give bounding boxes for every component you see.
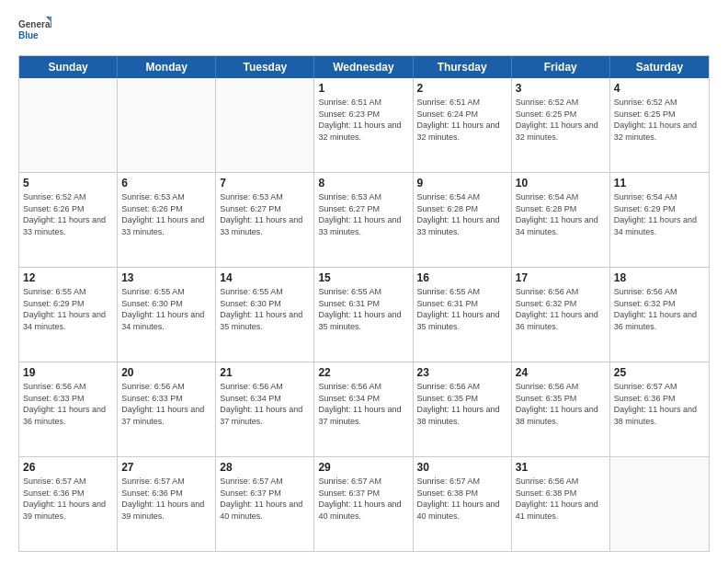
day-number: 31 (516, 460, 606, 475)
calendar-cell: 4Sunrise: 6:52 AMSunset: 6:25 PMDaylight… (610, 78, 709, 172)
calendar-row-3: 12Sunrise: 6:55 AMSunset: 6:29 PMDayligh… (19, 268, 709, 362)
day-number: 25 (614, 365, 705, 380)
day-info: Sunrise: 6:56 AMSunset: 6:32 PMDaylight:… (516, 286, 606, 332)
day-number: 6 (121, 176, 211, 190)
day-number: 18 (614, 270, 705, 285)
logo-svg: General Blue (18, 15, 51, 48)
svg-text:General: General (18, 19, 51, 29)
day-number: 14 (220, 270, 310, 285)
day-number: 9 (417, 176, 507, 190)
day-number: 11 (614, 176, 705, 190)
day-number: 22 (318, 365, 408, 380)
day-number: 5 (23, 176, 113, 190)
day-info: Sunrise: 6:57 AMSunset: 6:37 PMDaylight:… (318, 476, 408, 522)
day-number: 23 (417, 365, 507, 380)
header-day-wednesday: Wednesday (314, 56, 413, 78)
day-info: Sunrise: 6:56 AMSunset: 6:35 PMDaylight:… (417, 381, 507, 427)
day-info: Sunrise: 6:52 AMSunset: 6:25 PMDaylight:… (516, 97, 606, 143)
header-day-friday: Friday (512, 56, 610, 78)
day-info: Sunrise: 6:55 AMSunset: 6:31 PMDaylight:… (417, 286, 507, 332)
day-number: 21 (220, 365, 310, 380)
header-day-tuesday: Tuesday (216, 56, 314, 78)
calendar-row-5: 26Sunrise: 6:57 AMSunset: 6:36 PMDayligh… (19, 457, 709, 551)
calendar-cell: 30Sunrise: 6:57 AMSunset: 6:38 PMDayligh… (414, 457, 512, 551)
day-number: 27 (121, 460, 211, 475)
day-info: Sunrise: 6:57 AMSunset: 6:36 PMDaylight:… (121, 476, 211, 522)
calendar-row-2: 5Sunrise: 6:52 AMSunset: 6:26 PMDaylight… (19, 173, 709, 268)
calendar-cell: 7Sunrise: 6:53 AMSunset: 6:27 PMDaylight… (216, 173, 314, 267)
calendar-cell: 15Sunrise: 6:55 AMSunset: 6:31 PMDayligh… (314, 268, 413, 362)
day-number: 16 (417, 270, 507, 285)
calendar-cell: 11Sunrise: 6:54 AMSunset: 6:29 PMDayligh… (610, 173, 709, 267)
day-number: 7 (220, 176, 310, 190)
day-info: Sunrise: 6:55 AMSunset: 6:30 PMDaylight:… (121, 286, 211, 332)
day-info: Sunrise: 6:56 AMSunset: 6:34 PMDaylight:… (220, 381, 310, 427)
calendar-cell: 27Sunrise: 6:57 AMSunset: 6:36 PMDayligh… (118, 457, 216, 551)
calendar-cell: 22Sunrise: 6:56 AMSunset: 6:34 PMDayligh… (314, 362, 413, 456)
calendar-cell: 5Sunrise: 6:52 AMSunset: 6:26 PMDaylight… (19, 173, 118, 267)
calendar-cell (216, 78, 314, 172)
calendar-cell: 19Sunrise: 6:56 AMSunset: 6:33 PMDayligh… (19, 362, 118, 456)
calendar-cell: 16Sunrise: 6:55 AMSunset: 6:31 PMDayligh… (414, 268, 512, 362)
day-info: Sunrise: 6:56 AMSunset: 6:34 PMDaylight:… (318, 381, 408, 427)
calendar-cell: 12Sunrise: 6:55 AMSunset: 6:29 PMDayligh… (19, 268, 118, 362)
calendar-cell: 18Sunrise: 6:56 AMSunset: 6:32 PMDayligh… (610, 268, 709, 362)
day-info: Sunrise: 6:57 AMSunset: 6:38 PMDaylight:… (417, 476, 507, 522)
day-info: Sunrise: 6:52 AMSunset: 6:25 PMDaylight:… (614, 97, 705, 143)
calendar-body: 1Sunrise: 6:51 AMSunset: 6:23 PMDaylight… (19, 78, 709, 551)
calendar-cell: 1Sunrise: 6:51 AMSunset: 6:23 PMDaylight… (314, 78, 413, 172)
day-info: Sunrise: 6:56 AMSunset: 6:32 PMDaylight:… (614, 286, 705, 332)
day-number: 4 (614, 81, 705, 96)
calendar-cell (19, 78, 118, 172)
calendar-cell: 28Sunrise: 6:57 AMSunset: 6:37 PMDayligh… (216, 457, 314, 551)
calendar-cell: 20Sunrise: 6:56 AMSunset: 6:33 PMDayligh… (118, 362, 216, 456)
day-info: Sunrise: 6:55 AMSunset: 6:30 PMDaylight:… (220, 286, 310, 332)
day-info: Sunrise: 6:53 AMSunset: 6:27 PMDaylight:… (318, 191, 408, 237)
calendar-cell: 8Sunrise: 6:53 AMSunset: 6:27 PMDaylight… (314, 173, 413, 267)
day-number: 17 (516, 270, 606, 285)
day-info: Sunrise: 6:53 AMSunset: 6:26 PMDaylight:… (121, 191, 211, 237)
day-number: 29 (318, 460, 408, 475)
calendar-cell: 6Sunrise: 6:53 AMSunset: 6:26 PMDaylight… (118, 173, 216, 267)
day-number: 8 (318, 176, 408, 190)
day-number: 20 (121, 365, 211, 380)
calendar-cell: 2Sunrise: 6:51 AMSunset: 6:24 PMDaylight… (414, 78, 512, 172)
calendar-cell (118, 78, 216, 172)
calendar-cell: 26Sunrise: 6:57 AMSunset: 6:36 PMDayligh… (19, 457, 118, 551)
day-number: 2 (417, 81, 507, 96)
day-info: Sunrise: 6:52 AMSunset: 6:26 PMDaylight:… (23, 191, 113, 237)
calendar-cell: 13Sunrise: 6:55 AMSunset: 6:30 PMDayligh… (118, 268, 216, 362)
day-info: Sunrise: 6:54 AMSunset: 6:28 PMDaylight:… (417, 191, 507, 237)
header: General Blue (18, 15, 710, 48)
calendar-cell: 10Sunrise: 6:54 AMSunset: 6:28 PMDayligh… (512, 173, 610, 267)
calendar-cell: 3Sunrise: 6:52 AMSunset: 6:25 PMDaylight… (512, 78, 610, 172)
day-info: Sunrise: 6:56 AMSunset: 6:33 PMDaylight:… (23, 381, 113, 427)
calendar-cell: 17Sunrise: 6:56 AMSunset: 6:32 PMDayligh… (512, 268, 610, 362)
calendar-row-1: 1Sunrise: 6:51 AMSunset: 6:23 PMDaylight… (19, 78, 709, 173)
svg-text:Blue: Blue (18, 30, 39, 40)
header-day-saturday: Saturday (610, 56, 709, 78)
day-number: 28 (220, 460, 310, 475)
calendar-cell: 14Sunrise: 6:55 AMSunset: 6:30 PMDayligh… (216, 268, 314, 362)
day-info: Sunrise: 6:51 AMSunset: 6:23 PMDaylight:… (318, 97, 408, 143)
day-info: Sunrise: 6:54 AMSunset: 6:28 PMDaylight:… (516, 191, 606, 237)
calendar-cell: 9Sunrise: 6:54 AMSunset: 6:28 PMDaylight… (414, 173, 512, 267)
day-number: 24 (516, 365, 606, 380)
day-number: 10 (516, 176, 606, 190)
day-info: Sunrise: 6:56 AMSunset: 6:33 PMDaylight:… (121, 381, 211, 427)
day-number: 19 (23, 365, 113, 380)
logo: General Blue (18, 15, 51, 48)
day-info: Sunrise: 6:54 AMSunset: 6:29 PMDaylight:… (614, 191, 705, 237)
day-info: Sunrise: 6:56 AMSunset: 6:38 PMDaylight:… (516, 476, 606, 522)
day-info: Sunrise: 6:57 AMSunset: 6:36 PMDaylight:… (614, 381, 705, 427)
day-info: Sunrise: 6:51 AMSunset: 6:24 PMDaylight:… (417, 97, 507, 143)
calendar-cell: 25Sunrise: 6:57 AMSunset: 6:36 PMDayligh… (610, 362, 709, 456)
day-number: 1 (318, 81, 408, 96)
page: General Blue SundayMondayTuesdayWednesda… (0, 0, 728, 563)
calendar-cell: 31Sunrise: 6:56 AMSunset: 6:38 PMDayligh… (512, 457, 610, 551)
day-number: 26 (23, 460, 113, 475)
day-info: Sunrise: 6:57 AMSunset: 6:36 PMDaylight:… (23, 476, 113, 522)
day-info: Sunrise: 6:55 AMSunset: 6:31 PMDaylight:… (318, 286, 408, 332)
calendar-cell (610, 457, 709, 551)
calendar: SundayMondayTuesdayWednesdayThursdayFrid… (18, 55, 710, 552)
